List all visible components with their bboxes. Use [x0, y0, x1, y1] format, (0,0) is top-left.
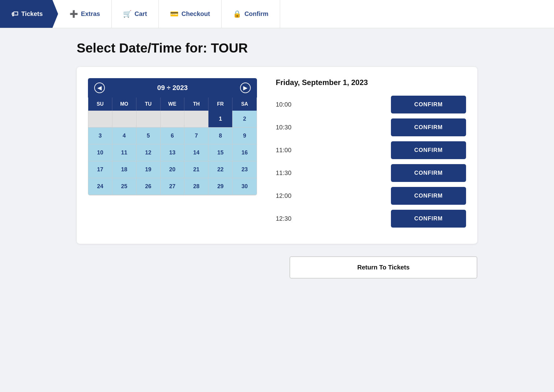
- calendar-header: ◀ 09 ÷ 2023 ▶: [88, 78, 257, 98]
- calendar-month-label: 09 ÷ 2023: [157, 84, 188, 92]
- page-title: Select Date/Time for: TOUR: [77, 41, 477, 56]
- slot-row: 12:00CONFIRM: [276, 187, 466, 205]
- calendar-day-empty: [88, 111, 112, 128]
- calendar-day[interactable]: 13: [161, 144, 185, 161]
- nav-label-tickets: Tickets: [21, 10, 43, 18]
- confirm-button-1030[interactable]: CONFIRM: [391, 118, 466, 136]
- calendar-day-empty: [161, 111, 185, 128]
- calendar-day[interactable]: 18: [112, 161, 136, 178]
- calendar-day-empty: [184, 111, 208, 128]
- calendar-day[interactable]: 17: [88, 161, 112, 178]
- calendar-day[interactable]: 26: [136, 178, 161, 195]
- date-time-card: ◀ 09 ÷ 2023 ▶ SU MO TU WE TH FR SA 12345…: [77, 67, 477, 244]
- calendar-day[interactable]: 21: [184, 161, 208, 178]
- nav-label-confirm: Confirm: [244, 10, 269, 18]
- navigation-bar: 🏷 Tickets ➕ Extras 🛒 Cart 💳 Checkout 🔒 C…: [0, 0, 554, 28]
- calendar-day[interactable]: 22: [208, 161, 233, 178]
- calendar-day[interactable]: 2: [233, 111, 257, 128]
- confirm-button-1130[interactable]: CONFIRM: [391, 164, 466, 182]
- nav-item-tickets[interactable]: 🏷 Tickets: [0, 0, 58, 28]
- confirm-button-1230[interactable]: CONFIRM: [391, 210, 466, 228]
- confirm-button-1100[interactable]: CONFIRM: [391, 141, 466, 159]
- calendar-day[interactable]: 14: [184, 144, 208, 161]
- tickets-icon: 🏷: [11, 10, 18, 18]
- confirm-icon: 🔒: [233, 10, 241, 18]
- calendar-day[interactable]: 10: [88, 144, 112, 161]
- slot-row: 10:00CONFIRM: [276, 96, 466, 113]
- calendar-day[interactable]: 25: [112, 178, 136, 195]
- calendar-day[interactable]: 27: [161, 178, 185, 195]
- slots-list: 10:00CONFIRM10:30CONFIRM11:00CONFIRM11:3…: [276, 96, 466, 228]
- weekday-sa: SA: [233, 98, 257, 111]
- nav-label-cart: Cart: [135, 10, 147, 18]
- weekday-mo: MO: [112, 98, 136, 111]
- extras-icon: ➕: [69, 10, 78, 18]
- nav-label-checkout: Checkout: [182, 10, 210, 18]
- calendar-prev-button[interactable]: ◀: [94, 83, 105, 93]
- calendar-day[interactable]: 3: [88, 128, 112, 144]
- time-slots-panel: Friday, September 1, 2023 10:00CONFIRM10…: [276, 78, 466, 233]
- calendar-day[interactable]: 24: [88, 178, 112, 195]
- main-content: Select Date/Time for: TOUR ◀ 09 ÷ 2023 ▶…: [58, 28, 496, 291]
- slot-time-label: 12:00: [276, 192, 298, 199]
- calendar: ◀ 09 ÷ 2023 ▶ SU MO TU WE TH FR SA 12345…: [88, 78, 257, 195]
- calendar-day[interactable]: 19: [136, 161, 161, 178]
- calendar-day-empty: [112, 111, 136, 128]
- return-to-tickets-button[interactable]: Return To Tickets: [290, 256, 477, 279]
- calendar-day[interactable]: 9: [233, 128, 257, 144]
- nav-item-extras[interactable]: ➕ Extras: [58, 0, 112, 28]
- confirm-button-1200[interactable]: CONFIRM: [391, 187, 466, 205]
- weekday-th: TH: [184, 98, 208, 111]
- nav-item-cart[interactable]: 🛒 Cart: [112, 0, 159, 28]
- nav-item-confirm[interactable]: 🔒 Confirm: [222, 0, 280, 28]
- calendar-day[interactable]: 20: [161, 161, 185, 178]
- calendar-day[interactable]: 5: [136, 128, 161, 144]
- slot-row: 11:30CONFIRM: [276, 164, 466, 182]
- calendar-day[interactable]: 23: [233, 161, 257, 178]
- slot-time-label: 11:30: [276, 169, 298, 177]
- calendar-day[interactable]: 7: [184, 128, 208, 144]
- calendar-day[interactable]: 28: [184, 178, 208, 195]
- nav-item-checkout[interactable]: 💳 Checkout: [159, 0, 222, 28]
- confirm-button-1000[interactable]: CONFIRM: [391, 96, 466, 113]
- calendar-day[interactable]: 30: [233, 178, 257, 195]
- calendar-day[interactable]: 16: [233, 144, 257, 161]
- slot-time-label: 10:00: [276, 101, 298, 108]
- calendar-day[interactable]: 6: [161, 128, 185, 144]
- calendar-next-button[interactable]: ▶: [240, 83, 251, 93]
- slot-row: 11:00CONFIRM: [276, 141, 466, 159]
- checkout-icon: 💳: [170, 10, 178, 18]
- return-bar: Return To Tickets: [77, 256, 477, 279]
- slot-row: 10:30CONFIRM: [276, 118, 466, 136]
- weekday-tu: TU: [136, 98, 161, 111]
- calendar-day[interactable]: 11: [112, 144, 136, 161]
- calendar-weekdays: SU MO TU WE TH FR SA: [88, 98, 257, 111]
- calendar-day-empty: [136, 111, 161, 128]
- slot-row: 12:30CONFIRM: [276, 210, 466, 228]
- calendar-day[interactable]: 15: [208, 144, 233, 161]
- calendar-day[interactable]: 4: [112, 128, 136, 144]
- weekday-fr: FR: [208, 98, 233, 111]
- calendar-day[interactable]: 1: [208, 111, 233, 128]
- calendar-day[interactable]: 12: [136, 144, 161, 161]
- calendar-grid: SU MO TU WE TH FR SA 1234567891011121314…: [88, 98, 257, 195]
- cart-icon: 🛒: [123, 10, 131, 18]
- slot-time-label: 11:00: [276, 147, 298, 154]
- slot-time-label: 12:30: [276, 215, 298, 222]
- nav-label-extras: Extras: [81, 10, 100, 18]
- weekday-su: SU: [88, 98, 112, 111]
- weekday-we: WE: [161, 98, 185, 111]
- selected-date-label: Friday, September 1, 2023: [276, 78, 466, 87]
- calendar-day[interactable]: 29: [208, 178, 233, 195]
- calendar-days: 1234567891011121314151617181920212223242…: [88, 111, 257, 195]
- calendar-day[interactable]: 8: [208, 128, 233, 144]
- slot-time-label: 10:30: [276, 124, 298, 131]
